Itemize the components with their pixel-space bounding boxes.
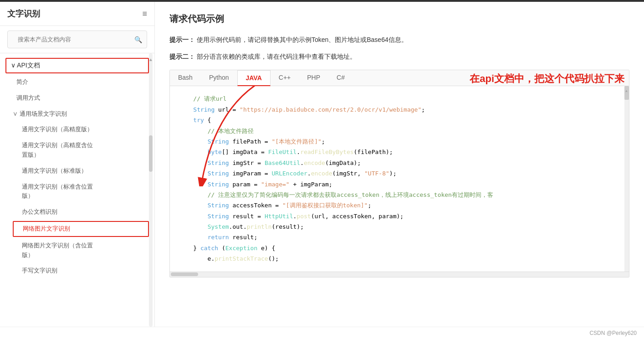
tab-csharp[interactable]: C# bbox=[328, 70, 353, 86]
sidebar-nav: ▲ ∨ API文档 简介 调用方式 ∨ 通用场景文字识别 通用文字识别（高精度版… bbox=[0, 53, 154, 327]
code-line: String url = "https://aip.baidubce.com/r… bbox=[179, 104, 620, 115]
code-line: try { bbox=[179, 115, 620, 125]
code-line: System.out.println(result); bbox=[179, 221, 620, 232]
hint2-text: 部分语言依赖的类或库，请在代码注释中查看下载地址。 bbox=[197, 53, 356, 60]
sidebar-item-general-scene[interactable]: ∨ 通用场景文字识别 bbox=[0, 106, 154, 122]
code-line: // 本地文件路径 bbox=[179, 126, 620, 136]
code-line: e.printStackTrace(); bbox=[179, 253, 620, 264]
sidebar-item-general-high-pos[interactable]: 通用文字识别（高精度含位置版） bbox=[0, 138, 154, 163]
code-hscroll[interactable] bbox=[170, 272, 629, 277]
code-line: String filePath = "[本地文件路径]"; bbox=[179, 136, 620, 147]
menu-icon[interactable]: ≡ bbox=[142, 9, 147, 19]
code-hscroll-thumb[interactable] bbox=[171, 272, 198, 276]
tab-python[interactable]: Python bbox=[201, 70, 237, 86]
code-line: String accessToken = "[调用鉴权接口获取的token]"; bbox=[179, 200, 620, 211]
code-line: String imgStr = Base64Util.encode(imgDat… bbox=[179, 158, 620, 168]
sidebar-header: 文字识别 ≡ bbox=[0, 2, 154, 26]
code-line: String imgParam = URLEncoder.encode(imgS… bbox=[179, 168, 620, 179]
code-area: ▲ // 请求url String url = "https://aip.bai… bbox=[170, 86, 629, 271]
code-line: return result; bbox=[179, 232, 620, 242]
sidebar-item-general-high[interactable]: 通用文字识别（高精度版） bbox=[0, 122, 154, 138]
search-icon: 🔍 bbox=[134, 36, 142, 43]
page-title: 请求代码示例 bbox=[169, 13, 629, 25]
hint2: 提示二： 部分语言依赖的类或库，请在代码注释中查看下载地址。 bbox=[169, 51, 629, 62]
code-line: String param = "image=" + imgParam; bbox=[179, 179, 620, 190]
sidebar-title: 文字识别 bbox=[7, 8, 40, 19]
footer-text: CSDN @Perley620 bbox=[589, 330, 637, 336]
code-container: Bash Python JAVA C++ PHP C# 在api文档中，把这个代… bbox=[169, 70, 629, 277]
main-content: 请求代码示例 提示一： 使用示例代码前，请记得替换其中的示例Token、图片地址… bbox=[155, 2, 644, 327]
sidebar-item-web-image-pos[interactable]: 网络图片文字识别（含位置版） bbox=[0, 238, 154, 263]
sidebar-item-general-std-pos[interactable]: 通用文字识别（标准含位置版） bbox=[0, 179, 154, 205]
search-input[interactable] bbox=[12, 33, 134, 46]
sidebar-item-general-std[interactable]: 通用文字识别（标准版） bbox=[0, 163, 154, 179]
nav-group-api-docs-label: ∨ API文档 bbox=[11, 62, 40, 70]
code-block-wrapper: ▲ // 请求url String url = "https://aip.bai… bbox=[170, 86, 629, 277]
sidebar-item-handwriting[interactable]: 手写文字识别 bbox=[0, 263, 154, 279]
hint1: 提示一： 使用示例代码前，请记得替换其中的示例Token、图片地址或Base64… bbox=[169, 34, 629, 46]
code-line: } catch (Exception e) { bbox=[179, 243, 620, 253]
tab-java[interactable]: JAVA bbox=[237, 70, 271, 86]
tab-cpp[interactable]: C++ bbox=[271, 70, 299, 86]
footer: CSDN @Perley620 bbox=[0, 327, 644, 339]
tab-bash[interactable]: Bash bbox=[170, 70, 201, 86]
code-line: String result = HttpUtil.post(url, acces… bbox=[179, 211, 620, 221]
sidebar-item-office-doc[interactable]: 办公文档识别 bbox=[0, 204, 154, 220]
code-line: // 请求url bbox=[179, 93, 620, 104]
code-tabs: Bash Python JAVA C++ PHP C# 在api文档中，把这个代… bbox=[170, 70, 629, 86]
sidebar-item-intro[interactable]: 简介 bbox=[0, 74, 154, 90]
code-line: // 注意这里仅为了简化编码每一次请求都去获取access_token，线上环境… bbox=[179, 190, 620, 200]
sidebar-item-call-method[interactable]: 调用方式 bbox=[0, 90, 154, 106]
search-wrap[interactable]: 🔍 bbox=[7, 31, 147, 48]
hint1-label: 提示一： bbox=[169, 36, 195, 43]
code-line: byte[] imgData = FileUtil.readFileByByte… bbox=[179, 147, 620, 157]
tab-php[interactable]: PHP bbox=[299, 70, 328, 86]
sidebar: 文字识别 ≡ 🔍 ▲ ∨ API文档 简介 bbox=[0, 2, 155, 327]
code-content: // 请求url String url = "https://aip.baidu… bbox=[179, 93, 620, 264]
hint1-text: 使用示例代码前，请记得替换其中的示例Token、图片地址或Base64信息。 bbox=[197, 36, 408, 43]
sidebar-search: 🔍 bbox=[0, 26, 154, 53]
app-container: 文字识别 ≡ 🔍 ▲ ∨ API文档 简介 bbox=[0, 2, 644, 327]
hint2-label: 提示二： bbox=[169, 53, 195, 60]
tab-annotation: 在api文档中，把这个代码扒拉下来 bbox=[470, 72, 624, 86]
sidebar-item-web-image[interactable]: 网络图片文字识别 bbox=[13, 221, 149, 237]
nav-group-api-docs[interactable]: ∨ API文档 bbox=[5, 58, 149, 73]
